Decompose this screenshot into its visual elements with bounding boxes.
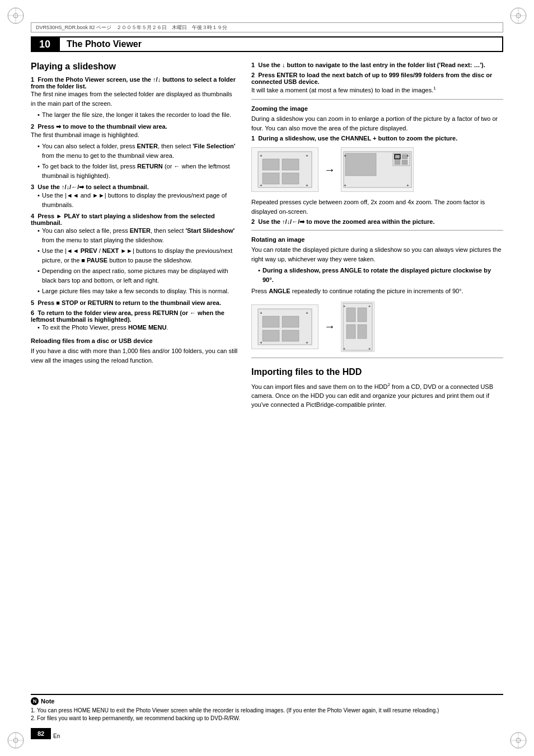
step1-bullets: The larger the file size, the longer it …: [31, 110, 238, 120]
import-body: You can import files and save them on to…: [251, 382, 503, 410]
main-content: Playing a slideshow 1 From the Photo Vie…: [31, 62, 503, 722]
step6-label: 6 To return to the folder view area, pre…: [31, 309, 238, 323]
step4: 4 Press ► PLAY to start playing a slides…: [31, 213, 238, 296]
svg-text:+: +: [306, 340, 308, 345]
zoom-diagram: + + + + →: [251, 147, 503, 192]
svg-text:+: +: [344, 183, 346, 188]
divider3: [251, 358, 503, 358]
header-bar: DVR530HS_RDR.book 82 ページ ２００５年５月２６日 木曜日 …: [31, 22, 503, 32]
note-header: N Note: [31, 697, 503, 705]
step2-body: The first thumbnail image is highlighted…: [31, 130, 238, 140]
step6: 6 To return to the folder view area, pre…: [31, 309, 238, 332]
playing-slideshow-heading: Playing a slideshow: [31, 62, 238, 72]
note-icon: N: [31, 697, 39, 705]
svg-rect-47: [346, 308, 355, 322]
step2-bullet2: To get back to the folder list, press RE…: [38, 162, 238, 180]
right-column: 1 Use the ↓ button to navigate to the la…: [251, 62, 503, 412]
divider1: [251, 99, 503, 100]
chapter-number: 10: [31, 36, 59, 52]
load-step: 2 Press ENTER to load the next batch of …: [251, 72, 503, 95]
step1-label: 1 From the Photo Viewer screen, use the …: [31, 76, 238, 90]
step3-bullets: Use the |◄◄ and ►►| buttons to display t…: [31, 191, 238, 209]
zoom-step2-label: 2 Use the ↑/↓/←/➡ to move the zoomed are…: [251, 218, 503, 226]
load-step-body: It will take a moment (at most a few min…: [251, 85, 503, 95]
zoom-before-image: + + + +: [251, 147, 318, 192]
svg-rect-31: [402, 160, 407, 165]
step4-bullet2: Use the |◄◄ PREV / NEXT ►►| buttons to d…: [38, 246, 238, 265]
step1-bullet1: The larger the file size, the longer it …: [38, 110, 238, 120]
svg-rect-39: [282, 316, 299, 327]
zoom-step1-label: 1 During a slideshow, use the CHANNEL + …: [251, 135, 503, 142]
svg-text:+: +: [260, 311, 263, 316]
left-column: Playing a slideshow 1 From the Photo Vie…: [31, 62, 238, 412]
rotate-bullet1: During a slideshow, press ANGLE to rotat…: [258, 266, 503, 284]
header-text: DVR530HS_RDR.book 82 ページ ２００５年５月２６日 木曜日 …: [36, 24, 227, 31]
svg-rect-48: [358, 308, 367, 322]
step5-label: 5 Press ■ STOP or RETURN to return to th…: [31, 299, 238, 306]
step1-body: The first nine images from the selected …: [31, 90, 238, 108]
svg-rect-30: [395, 160, 400, 165]
step2-bullet1: You can also select a folder, press ENTE…: [38, 142, 238, 160]
step4-bullets: You can also select a file, press ENTER,…: [31, 226, 238, 296]
svg-text:+: +: [260, 340, 263, 345]
svg-rect-41: [282, 330, 299, 341]
reload-body: If you have a disc with more than 1,000 …: [31, 346, 238, 365]
corner-decoration-bl: [4, 729, 27, 752]
svg-text:+: +: [406, 183, 409, 188]
corner-decoration-tr: [507, 4, 530, 27]
svg-text:+: +: [406, 153, 409, 158]
reload-heading: Reloading files from a disc or USB devic…: [31, 337, 238, 344]
rotate-heading: Rotating an image: [251, 236, 503, 243]
step4-bullet4: Large picture files may take a few secon…: [38, 287, 238, 296]
svg-rect-19: [263, 173, 279, 184]
zoom-heading: Zooming the image: [251, 105, 503, 112]
svg-text:+: +: [260, 153, 263, 158]
zoom-step2: 2 Use the ↑/↓/←/➡ to move the zoomed are…: [251, 218, 503, 226]
svg-text:+: +: [344, 153, 346, 158]
rotate-bullets: During a slideshow, press ANGLE to rotat…: [251, 266, 503, 284]
rotate-after-image: + + + +: [341, 302, 374, 352]
rotate-body2: Press ANGLE repeatedly to continue rotat…: [251, 287, 503, 296]
step4-label: 4 Press ► PLAY to start playing a slides…: [31, 213, 238, 226]
step2: 2 Press ➡ to move to the thumbnail view …: [31, 123, 238, 181]
step1: 1 From the Photo Viewer screen, use the …: [31, 76, 238, 120]
page-lang: En: [53, 733, 60, 739]
step2-label: 2 Press ➡ to move to the thumbnail view …: [31, 123, 238, 130]
step3: 3 Use the ↑/↓/←/➡ to select a thumbnail.…: [31, 184, 238, 209]
corner-decoration-tl: [4, 4, 27, 27]
step3-bullet1: Use the |◄◄ and ►►| buttons to display t…: [38, 191, 238, 209]
svg-rect-40: [263, 330, 279, 341]
rotate-before-image: + + + +: [251, 304, 318, 349]
svg-text:+: +: [368, 347, 371, 351]
svg-rect-38: [263, 316, 279, 327]
read-next-label: 1 Use the ↓ button to navigate to the la…: [251, 62, 503, 68]
svg-rect-18: [282, 159, 299, 170]
step5: 5 Press ■ STOP or RETURN to return to th…: [31, 299, 238, 306]
svg-text:+: +: [343, 347, 345, 351]
svg-rect-50: [358, 325, 367, 339]
note-section: N Note 1. You can press HOME MENU to exi…: [31, 694, 503, 722]
zoom-body: During a slideshow you can zoom in to en…: [251, 114, 503, 133]
svg-text:+: +: [260, 183, 263, 188]
step4-bullet1: You can also select a file, press ENTER,…: [38, 226, 238, 245]
svg-text:+: +: [306, 311, 308, 316]
step6-bullets: To exit the Photo Viewer, press HOME MEN…: [31, 323, 238, 332]
note-label: Note: [41, 698, 54, 705]
rotate-arrow: →: [324, 320, 335, 333]
note2: 2. For files you want to keep permanentl…: [31, 715, 503, 722]
read-next-step: 1 Use the ↓ button to navigate to the la…: [251, 62, 503, 68]
load-step-label: 2 Press ENTER to load the next batch of …: [251, 72, 503, 85]
rotate-diagram: + + + + → + + +: [251, 302, 503, 352]
zoom-caption: Repeated presses cycle between zoom off,…: [251, 198, 503, 216]
svg-rect-49: [346, 325, 355, 339]
corner-decoration-br: [507, 729, 530, 752]
chapter-title: The Photo Viewer: [59, 36, 503, 52]
svg-text:+: +: [368, 304, 371, 308]
page-number: 82: [31, 728, 51, 739]
svg-text:+: +: [343, 304, 345, 308]
zoom-after-image: + + + +: [341, 147, 414, 192]
step3-label: 3 Use the ↑/↓/←/➡ to select a thumbnail.: [31, 184, 238, 191]
svg-rect-28: [395, 154, 400, 159]
svg-text:+: +: [306, 153, 308, 158]
svg-rect-26: [345, 153, 376, 176]
